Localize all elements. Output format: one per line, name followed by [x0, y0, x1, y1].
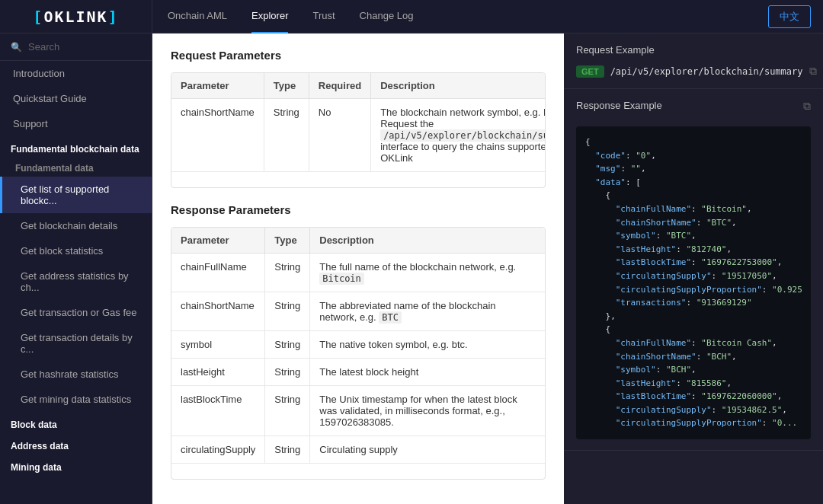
table-row: circulatingSupply String Circulating sup… [171, 436, 545, 464]
table-row: lastHeight String The latest block heigh… [171, 359, 545, 386]
search-icon: 🔍 [11, 42, 22, 53]
get-url-row: GET /api/v5/explorer/blockchain/summary … [576, 65, 811, 78]
response-json: { "code": "0", "msg": "", "data": [ { "c… [585, 136, 802, 430]
res-param-chainFullName-desc: The full name of the blockchain network,… [310, 254, 545, 292]
right-panel: Request Example GET /api/v5/explorer/blo… [564, 33, 823, 504]
response-params-title: Response Parameters [171, 203, 546, 216]
request-params-title: Request Parameters [171, 49, 546, 62]
response-code-block: { "code": "0", "msg": "", "data": [ { "c… [576, 126, 811, 439]
nav-trust[interactable]: Trust [312, 0, 335, 33]
request-example-section: Request Example GET /api/v5/explorer/blo… [564, 33, 823, 89]
request-params-table-wrapper: Parameter Type Required Description chai… [171, 72, 546, 188]
sidebar-item-get-transaction-details[interactable]: Get transaction details by c... [0, 325, 152, 362]
sidebar-item-introduction[interactable]: Introduction [0, 61, 152, 86]
res-param-lastHeight-type: String [265, 359, 310, 386]
request-example-title: Request Example [576, 44, 811, 56]
topnav: [OKLINK] Onchain AML Explorer Trust Chan… [0, 0, 823, 33]
nav-links: Onchain AML Explorer Trust Change Log [152, 0, 768, 33]
req-param-type: String [264, 99, 309, 172]
res-param-symbol-desc: The native token symbol, e.g. btc. [310, 331, 545, 359]
sidebar-section-block: Block data [0, 412, 152, 433]
request-params-table: Parameter Type Required Description chai… [171, 73, 546, 172]
req-param-required: No [309, 99, 370, 172]
sidebar-search-area: 🔍 [0, 33, 152, 61]
copy-request-url-button[interactable]: ⧉ [809, 65, 817, 78]
res-param-circulatingSupply: circulatingSupply [171, 436, 265, 464]
sidebar-subsection-fundamental-data: Fundamental data [0, 158, 152, 177]
response-example-section: Response Example ⧉ { "code": "0", "msg":… [564, 89, 823, 451]
sidebar-item-get-list[interactable]: Get list of supported blockc... [0, 177, 152, 213]
req-param-desc: The blockchain network symbol, e.g. BTC.… [371, 99, 546, 172]
res-param-circulatingSupply-desc: Circulating supply [310, 436, 545, 464]
res-param-lastHeight-desc: The latest block height [310, 359, 545, 386]
req-col-desc: Description [371, 73, 546, 99]
sidebar-section-address: Address data [0, 433, 152, 455]
res-param-chainFullName-type: String [265, 254, 310, 292]
sidebar: 🔍 Introduction Quickstart Guide Support … [0, 33, 152, 504]
main-layout: 🔍 Introduction Quickstart Guide Support … [0, 33, 823, 504]
table-row: lastBlockTime String The Unix timestamp … [171, 386, 545, 436]
response-params-table-wrapper: Parameter Type Description chainFullName… [171, 227, 546, 480]
req-param-name: chainShortName [171, 99, 264, 172]
table-row: symbol String The native token symbol, e… [171, 331, 545, 359]
response-params-table: Parameter Type Description chainFullName… [171, 228, 545, 464]
content-area: Request Parameters Parameter Type Requir… [152, 33, 564, 504]
res-param-symbol: symbol [171, 331, 265, 359]
sidebar-item-get-hashrate[interactable]: Get hashrate statistics [0, 362, 152, 387]
res-col-type: Type [265, 228, 310, 254]
res-param-lastBlockTime-desc: The Unix timestamp for when the latest b… [310, 386, 545, 436]
res-param-symbol-type: String [265, 331, 310, 359]
search-input[interactable] [28, 41, 152, 53]
req-col-param: Parameter [171, 73, 264, 99]
res-param-chainFullName: chainFullName [171, 254, 265, 292]
request-url: /api/v5/explorer/blockchain/summary [610, 66, 803, 77]
res-param-chainShortName-desc: The abbreviated name of the blockchain n… [310, 292, 545, 331]
lang-button[interactable]: 中文 [768, 5, 811, 28]
nav-onchain-aml[interactable]: Onchain AML [168, 0, 227, 33]
sidebar-item-get-address-stats[interactable]: Get address statistics by ch... [0, 263, 152, 300]
req-col-type: Type [264, 73, 309, 99]
sidebar-item-quickstart[interactable]: Quickstart Guide [0, 86, 152, 111]
logo-area: [OKLINK] [0, 0, 152, 33]
res-param-lastBlockTime-type: String [265, 386, 310, 436]
sidebar-item-support[interactable]: Support [0, 111, 152, 136]
get-badge: GET [576, 65, 604, 78]
copy-response-button[interactable]: ⧉ [803, 100, 811, 113]
sidebar-item-get-blockchain-details[interactable]: Get blockchain details [0, 213, 152, 238]
sidebar-item-get-mining[interactable]: Get mining data statistics [0, 387, 152, 412]
res-param-lastBlockTime: lastBlockTime [171, 386, 265, 436]
sidebar-item-get-block-stats[interactable]: Get block statistics [0, 238, 152, 263]
response-top-row: Response Example ⧉ [576, 100, 811, 120]
nav-changelog[interactable]: Change Log [360, 0, 414, 33]
req-col-required: Required [309, 73, 370, 99]
response-example-title: Response Example [576, 100, 662, 111]
res-param-chainShortName-type: String [265, 292, 310, 331]
res-param-circulatingSupply-type: String [265, 436, 310, 464]
logo: [OKLINK] [33, 8, 118, 26]
res-param-lastHeight: lastHeight [171, 359, 265, 386]
res-col-param: Parameter [171, 228, 265, 254]
table-row: chainShortName String No The blockchain … [171, 99, 546, 172]
nav-right: 中文 [768, 5, 823, 28]
sidebar-section-fundamental: Fundamental blockchain data [0, 136, 152, 158]
table-row: chainFullName String The full name of th… [171, 254, 545, 292]
sidebar-item-get-transaction-gas[interactable]: Get transaction or Gas fee [0, 300, 152, 325]
res-param-chainShortName: chainShortName [171, 292, 265, 331]
table-row: chainShortName String The abbreviated na… [171, 292, 545, 331]
sidebar-section-mining: Mining data [0, 455, 152, 476]
nav-explorer[interactable]: Explorer [251, 0, 288, 33]
res-col-desc: Description [310, 228, 545, 254]
